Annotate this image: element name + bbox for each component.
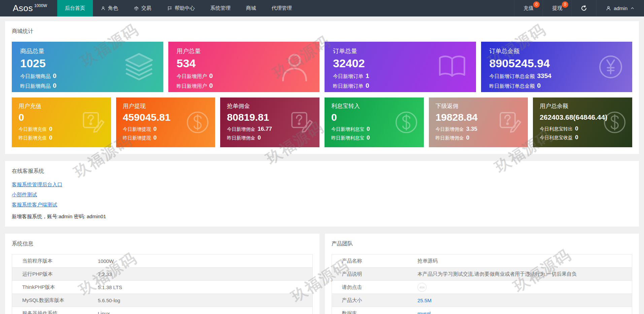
mall-stats-title: 商城统计 (12, 28, 632, 35)
nav-right: 充值0提现0 admin (514, 0, 644, 16)
stat-card-sub-rebate: 下级返佣19828.84今日新增佣金3.35昨日新增佣金0 (429, 97, 528, 147)
stat-card-subline: 昨日新增订单总金额0 (489, 82, 627, 89)
scales-icon (134, 6, 139, 11)
refresh-icon (581, 5, 587, 11)
flag-icon (167, 6, 172, 11)
service-link-client-test[interactable]: 客服系统客户端测试 (12, 202, 57, 208)
service-links: 客服系统管理后台入口小部件测试客服系统客户端测试 (12, 182, 632, 208)
stat-card-goods-total: 商品总量1025今日新增商品0昨日新增商品0 (12, 42, 163, 92)
row-label: 产品说明 (332, 268, 417, 281)
stat-card-subline: 昨日新增充值0 (19, 134, 107, 141)
stat-card-order-commission: 抢单佣金80819.81今日新增佣金16.77昨日新增佣金0 (220, 97, 319, 147)
nav-item-help-center[interactable]: 帮助中心 (159, 0, 203, 16)
row-value: 7.2.33 (98, 268, 313, 281)
row-value: 1000W (98, 254, 313, 268)
nav-item-trade[interactable]: 交易 (126, 0, 159, 16)
row-label: 产品大小 (332, 294, 417, 307)
product-team-row: 产品大小25.5M (332, 294, 632, 307)
row-value: mysql (417, 307, 632, 314)
nav-action-label: 充值 (523, 5, 534, 11)
stat-card-title: 用户充值 (19, 102, 107, 110)
stat-card-user-balance: 用户总余额262403.68(64846.44)今日利息宝转出0今日利息宝收益0 (533, 97, 632, 147)
user-menu[interactable]: admin (596, 0, 644, 16)
row-label: 请勿点击 (332, 281, 417, 294)
layers-icon (124, 51, 155, 82)
dollar-circle-icon (603, 110, 627, 134)
nav-item-agent-manage[interactable]: 代理管理 (264, 0, 300, 16)
service-link-admin-entry[interactable]: 客服系统管理后台入口 (12, 182, 62, 188)
app-logo[interactable]: Asos 1000W (0, 0, 57, 16)
stat-card-subline: 昨日新增订单0 (333, 82, 471, 89)
product-team-row: 产品名称抢单源码 (332, 254, 632, 268)
mall-stats-panel: 商城统计 商品总量1025今日新增商品0昨日新增商品0用户总量534今日新增用户… (5, 21, 639, 154)
refresh-button[interactable] (571, 0, 596, 16)
service-link-widget-test[interactable]: 小部件测试 (12, 192, 37, 198)
stat-card-subline: 昨日新增商品0 (20, 82, 158, 89)
row-label: 服务器操作系统 (12, 307, 98, 314)
book-icon (437, 52, 467, 82)
product-team-table: 产品名称抢单源码产品说明本产品只为学习测试交流,请勿要做商业或者用于违法行为,一… (332, 254, 633, 314)
nav-actions: 充值0提现0 (514, 0, 571, 16)
value-link[interactable]: mysql (417, 311, 431, 314)
stat-card-user-withdraw: 用户提现459045.81今日新增提现0昨日新增提现0 (116, 97, 215, 147)
nav-menu: 后台首页角色交易帮助中心系统管理商城代理管理 (57, 0, 300, 16)
system-info-title: 系统信息 (12, 240, 313, 247)
nav-item-mall[interactable]: 商城 (238, 0, 264, 16)
dollar-circle-icon (394, 110, 418, 134)
recharge-button[interactable]: 充值0 (514, 0, 543, 16)
product-team-panel: 产品团队 产品名称抢单源码产品说明本产品只为学习测试交流,请勿要做商业或者用于违… (325, 234, 639, 314)
system-info-row: 服务器操作系统Linux (12, 307, 313, 314)
stat-card-title: 利息宝转入 (331, 102, 420, 110)
nav-item-system-manage[interactable]: 系统管理 (203, 0, 238, 16)
product-team-row: 产品说明本产品只为学习测试交流,请勿要做商业或者用于违法行为,一切后果自负 (332, 268, 632, 281)
stat-card-orders-total: 订单总量32402今日新增订单1昨日新增订单0 (325, 42, 476, 92)
system-info-row: MySQL数据库版本5.6.50-log (12, 294, 313, 307)
row-value: Linux (98, 307, 313, 314)
user-icon (101, 6, 106, 11)
broken-image-404-icon[interactable]: 404 (417, 283, 427, 292)
row-value: 5.1.38 LTS (98, 281, 313, 294)
value-link[interactable]: 25.5M (417, 298, 432, 303)
notification-badge: 0 (562, 1, 568, 8)
stat-card-title: 抢单佣金 (227, 102, 315, 110)
service-account-note: 新增客服系统，账号:admin 密码: admin01 (12, 213, 632, 220)
row-value: 404 (417, 281, 632, 294)
product-team-row: 数据库mysql (332, 307, 632, 314)
bottom-row: 系统信息 当前程序版本1000W运行PHP版本7.2.33ThinkPHP版本5… (5, 234, 639, 314)
stats-row-1: 商品总量1025今日新增商品0昨日新增商品0用户总量534今日新增用户0昨日新增… (12, 42, 632, 92)
stat-card-users-total: 用户总量534今日新增用户0昨日新增用户0 (168, 42, 320, 92)
question-edit-icon (498, 110, 522, 135)
nav-action-label: 提现 (552, 5, 562, 11)
row-label: 运行PHP版本 (12, 268, 98, 281)
product-team-row: 请勿点击404 (332, 281, 632, 294)
nav-item-label: 商城 (246, 5, 256, 11)
system-info-row: ThinkPHP版本5.1.38 LTS (12, 281, 313, 294)
yen-circle-icon (598, 54, 623, 80)
stat-card-subline: 今日利息宝收益0 (540, 134, 628, 141)
nav-item-label: 帮助中心 (175, 5, 195, 11)
nav-item-roles[interactable]: 角色 (93, 0, 126, 16)
nav-item-label: 角色 (108, 5, 118, 11)
service-panel: 在线客服系统 客服系统管理后台入口小部件测试客服系统客户端测试 新增客服系统，账… (5, 161, 639, 227)
chevron-up-icon (630, 6, 635, 11)
stat-card-orders-amount: 订单总金额8905245.94今日新增订单总金额3354昨日新增订单总金额0 (481, 42, 633, 92)
notification-badge: 0 (533, 1, 540, 8)
person-icon (278, 51, 311, 83)
withdraw-button[interactable]: 提现0 (543, 0, 571, 16)
system-info-row: 运行PHP版本7.2.33 (12, 268, 313, 281)
stat-card-interest-in: 利息宝转入0今日新增利息宝0昨日新增利息宝0 (325, 97, 424, 147)
username: admin (614, 5, 628, 11)
stat-card-title: 下级返佣 (436, 102, 524, 110)
service-panel-title: 在线客服系统 (12, 168, 632, 175)
stat-card-title: 用户总余额 (540, 102, 628, 110)
nav-item-home[interactable]: 后台首页 (57, 0, 93, 16)
row-value: 抢单源码 (417, 254, 632, 268)
stat-card-subline: 昨日新增提现0 (123, 134, 211, 141)
stat-card-subline: 昨日新增佣金0 (227, 134, 315, 141)
logo-text: Asos (13, 3, 33, 13)
question-edit-icon (289, 110, 314, 135)
user-icon (606, 5, 611, 11)
system-info-panel: 系统信息 当前程序版本1000W运行PHP版本7.2.33ThinkPHP版本5… (5, 234, 319, 314)
nav-item-label: 系统管理 (210, 5, 231, 11)
stat-card-title: 用户提现 (123, 102, 211, 110)
